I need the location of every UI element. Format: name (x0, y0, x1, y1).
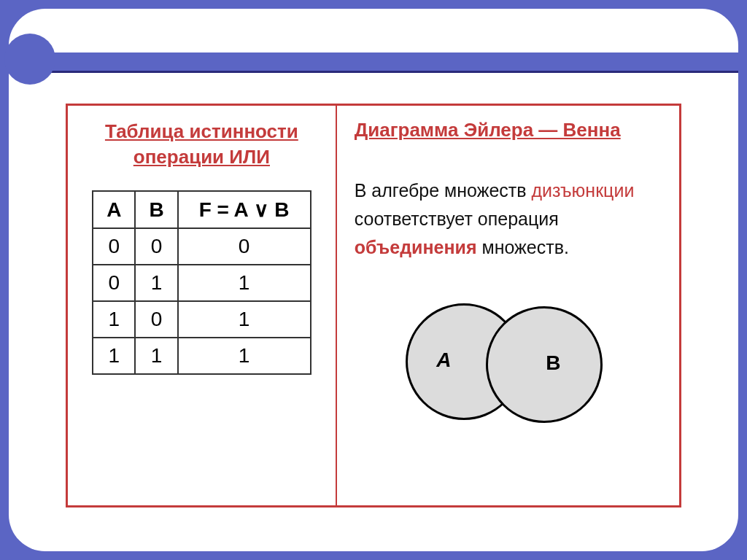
content-box: Таблица истинности операции ИЛИ А В F = … (66, 104, 681, 508)
term-disjunction: дизъюнкции (532, 180, 635, 201)
venn-circle-b (486, 306, 603, 423)
venn-label-b: B (546, 351, 560, 375)
table-row: 1 0 1 (93, 301, 310, 338)
slide-frame: Таблица истинности операции ИЛИ А В F = … (9, 9, 738, 551)
table-header-row: А В F = A ∨ B (93, 191, 310, 228)
venn-title: Диаграмма Эйлера — Венна (355, 119, 662, 141)
left-pane: Таблица истинности операции ИЛИ А В F = … (68, 106, 337, 505)
col-a: А (93, 191, 135, 228)
venn-label-a: A (436, 349, 451, 372)
venn-diagram: A B (391, 296, 624, 435)
decorative-band (9, 52, 738, 73)
description-text: В алгебре множеств дизъюнкции соответств… (355, 176, 662, 261)
right-pane: Диаграмма Эйлера — Венна В алгебре множе… (337, 106, 679, 505)
col-f: F = A ∨ B (178, 191, 311, 228)
truth-table-title: Таблица истинности операции ИЛИ (105, 119, 298, 170)
term-union: объединения (355, 237, 477, 257)
table-row: 0 1 1 (93, 265, 310, 301)
col-b: В (135, 191, 177, 228)
title-line: операции ИЛИ (133, 146, 270, 168)
title-line: Таблица истинности (105, 120, 298, 142)
table-row: 1 1 1 (93, 338, 310, 374)
truth-table: А В F = A ∨ B 0 0 0 0 1 1 1 0 1 (92, 190, 311, 375)
table-row: 0 0 0 (93, 228, 310, 265)
